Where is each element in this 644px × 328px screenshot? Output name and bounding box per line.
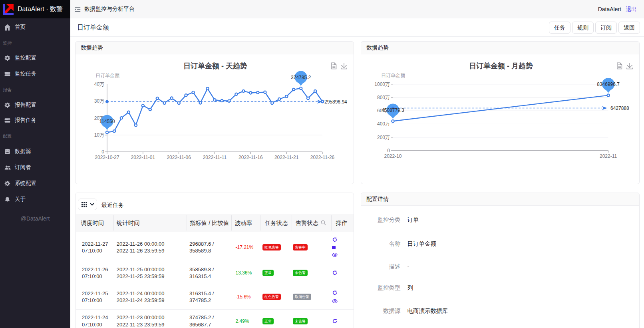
svg-text:295896.94: 295896.94 bbox=[324, 99, 347, 105]
svg-text:2022-11-16: 2022-11-16 bbox=[239, 155, 263, 160]
svg-text:2022-11-11: 2022-11-11 bbox=[203, 155, 227, 160]
svg-text:0: 0 bbox=[101, 149, 104, 155]
svg-text:2022-11-21: 2022-11-21 bbox=[274, 155, 299, 160]
svg-text:2022-11-26: 2022-11-26 bbox=[310, 155, 335, 160]
svg-text:374785.2: 374785.2 bbox=[291, 75, 311, 80]
svg-text:2022-11-01: 2022-11-01 bbox=[131, 155, 155, 160]
svg-text:400万: 400万 bbox=[377, 121, 390, 127]
svg-text:2022-11: 2022-11 bbox=[600, 153, 617, 159]
svg-text:4508779.3: 4508779.3 bbox=[382, 107, 404, 113]
svg-text:2022-10: 2022-10 bbox=[384, 153, 402, 159]
svg-text:0: 0 bbox=[387, 148, 390, 153]
svg-text:日订单金额 - 月趋势: 日订单金额 - 月趋势 bbox=[469, 62, 533, 70]
svg-text:日订单金额 - 天趋势: 日订单金额 - 天趋势 bbox=[183, 62, 247, 70]
svg-text:10万: 10万 bbox=[94, 132, 104, 138]
svg-text:800万: 800万 bbox=[377, 95, 390, 100]
svg-text:6427888: 6427888 bbox=[610, 105, 629, 111]
svg-text:1000万: 1000万 bbox=[374, 82, 390, 87]
svg-text:30万: 30万 bbox=[94, 98, 104, 104]
svg-text:2022-10-27: 2022-10-27 bbox=[95, 155, 119, 160]
svg-text:8346996.7: 8346996.7 bbox=[597, 82, 620, 87]
svg-text:114550: 114550 bbox=[99, 119, 115, 124]
svg-text:40万: 40万 bbox=[94, 82, 104, 87]
svg-text:200万: 200万 bbox=[377, 135, 390, 140]
svg-text:日订单金额: 日订单金额 bbox=[381, 73, 405, 78]
svg-text:2022-11-06: 2022-11-06 bbox=[167, 155, 191, 160]
svg-text:日订单金额: 日订单金额 bbox=[95, 73, 119, 78]
